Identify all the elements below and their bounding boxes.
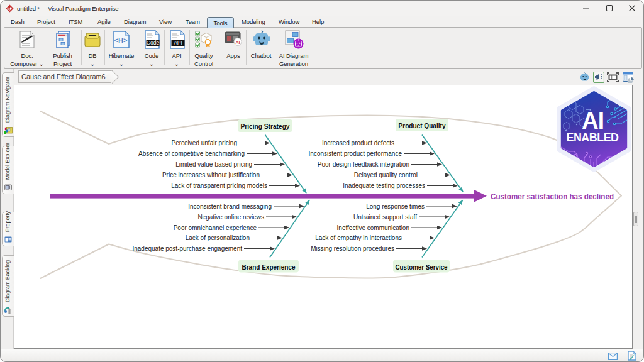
svg-text:Lack of empathy in interaction: Lack of empathy in interactions	[315, 234, 402, 241]
svg-text:API: API	[174, 40, 182, 46]
svg-text:Code: Code	[147, 40, 160, 46]
svg-text:Absence of competitive benchma: Absence of competitive benchmarking	[138, 150, 245, 157]
svg-text:Ineffective communication: Ineffective communication	[337, 224, 409, 231]
svg-text:Inadequate testing processes: Inadequate testing processes	[343, 182, 425, 189]
svg-text:Lack of personalization: Lack of personalization	[186, 234, 250, 241]
svg-text:Pricing Strategy: Pricing Strategy	[241, 123, 291, 130]
svg-text:Missing resolution procedures: Missing resolution procedures	[311, 245, 394, 252]
svg-text:Increased product defects: Increased product defects	[322, 140, 394, 146]
svg-text:Poor design feedback integrati: Poor design feedback integration	[318, 161, 409, 168]
svg-text:Inadequate post-purchase engag: Inadequate post-purchase engagement	[132, 245, 242, 252]
svg-text:Lack of transparent pricing mo: Lack of transparent pricing models	[171, 182, 267, 189]
svg-text:Inconsistent brand messaging: Inconsistent brand messaging	[188, 203, 272, 210]
svg-text:AI: AI	[582, 108, 604, 134]
svg-text:Perceived unfair pricing: Perceived unfair pricing	[172, 140, 238, 146]
svg-text:Inconsistent product performan: Inconsistent product performance	[309, 150, 402, 157]
svg-text:Poor omnichannel experience: Poor omnichannel experience	[174, 224, 257, 231]
svg-text:Untrained support staff: Untrained support staff	[353, 214, 417, 221]
svg-text:Long response times: Long response times	[366, 203, 425, 210]
svg-text:Product Quality: Product Quality	[399, 122, 447, 129]
svg-text:Delayed quality control: Delayed quality control	[354, 172, 418, 178]
svg-text:Limited value-based pricing: Limited value-based pricing	[175, 161, 252, 168]
svg-text:Price increases without justif: Price increases without justification	[162, 172, 260, 178]
svg-text:ENABLED: ENABLED	[567, 131, 619, 144]
svg-text:Brand Experience: Brand Experience	[242, 263, 296, 271]
svg-text:Customer satisfaction has decl: Customer satisfaction has declined	[491, 192, 614, 201]
svg-text:Negative online reviews: Negative online reviews	[197, 214, 264, 221]
svg-text:Customer Service: Customer Service	[396, 263, 448, 271]
svg-text:AI: AI	[236, 40, 240, 45]
svg-text:<H>: <H>	[114, 36, 128, 44]
